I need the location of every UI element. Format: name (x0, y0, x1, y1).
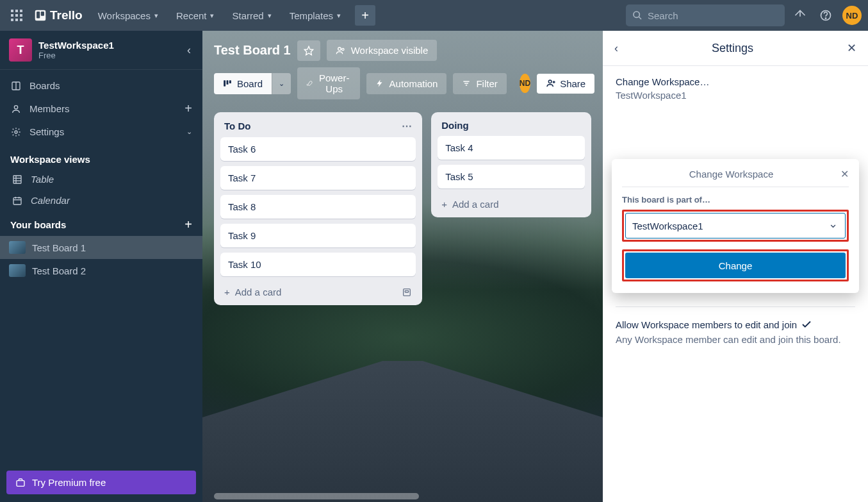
change-workspace-link[interactable]: Change Workspace… (616, 76, 855, 87)
automation-button[interactable]: Automation (366, 73, 447, 94)
add-board-icon[interactable]: + (184, 217, 192, 232)
board-view-icon (223, 79, 232, 88)
add-member-icon (546, 78, 556, 88)
sidebar-item-settings[interactable]: Settings ⌄ (0, 121, 202, 142)
search-icon (632, 10, 643, 21)
brand-label: Trello (50, 8, 83, 22)
change-button[interactable]: Change (625, 253, 846, 278)
card[interactable]: Task 4 (438, 136, 585, 160)
check-icon (801, 319, 812, 330)
card[interactable]: Task 5 (438, 165, 585, 188)
sidebar-item-boards[interactable]: Boards (0, 75, 202, 96)
horizontal-scrollbar[interactable] (214, 493, 419, 499)
user-avatar[interactable]: ND (842, 6, 862, 25)
trello-logo[interactable]: Trello (29, 8, 88, 22)
divider (616, 306, 855, 307)
help-icon[interactable] (815, 5, 836, 26)
svg-point-19 (15, 131, 17, 133)
card[interactable]: Task 9 (220, 224, 416, 247)
list-title[interactable]: Doing (441, 120, 469, 131)
trello-icon (35, 10, 46, 21)
allow-edit-description: Any Workspace member can edit and join t… (616, 334, 855, 345)
apps-menu-icon[interactable] (6, 5, 27, 26)
gear-icon (10, 127, 22, 137)
svg-rect-4 (15, 14, 18, 17)
chevron-down-icon: ⌄ (279, 79, 284, 88)
nav-templates[interactable]: Templates▾ (282, 6, 348, 25)
add-card-button[interactable]: +Add a card (220, 281, 416, 299)
board-view-button[interactable]: Board (214, 73, 272, 94)
svg-point-12 (634, 12, 639, 17)
svg-point-38 (548, 80, 552, 83)
settings-title: Settings (618, 42, 847, 55)
workspace-select[interactable]: TestWorkspace1 (625, 213, 846, 238)
add-icon[interactable]: + (184, 101, 192, 116)
create-button[interactable]: + (355, 5, 375, 26)
workspace-name: TestWorkspace1 (38, 40, 178, 51)
svg-rect-24 (13, 197, 21, 205)
sidebar-item-members[interactable]: Members + (0, 96, 202, 121)
svg-rect-10 (37, 12, 40, 19)
star-icon (304, 46, 314, 56)
search-placeholder: Search (648, 10, 678, 21)
plus-icon: + (441, 199, 447, 210)
close-button[interactable]: ✕ (847, 41, 856, 55)
power-ups-button[interactable]: Power-Ups (297, 67, 360, 99)
board-member-avatar[interactable]: ND (520, 74, 530, 93)
members-icon (10, 104, 22, 114)
template-icon[interactable] (402, 287, 412, 297)
sidebar: T TestWorkspace1 Free ‹ Boards Members +… (0, 31, 202, 502)
nav-starred[interactable]: Starred▾ (224, 6, 279, 25)
search-input[interactable]: Search (626, 4, 785, 26)
add-card-button[interactable]: +Add a card (438, 194, 585, 211)
card[interactable]: Task 8 (220, 195, 416, 219)
popover-label: This board is part of… (622, 195, 849, 205)
try-premium-button[interactable]: Try Premium free (6, 471, 196, 494)
nav-recent[interactable]: Recent▾ (168, 6, 222, 25)
star-board-button[interactable] (297, 40, 320, 61)
chevron-down-icon: ▾ (210, 12, 214, 20)
list-menu-button[interactable]: ⋯ (402, 120, 412, 132)
nav-workspaces[interactable]: Workspaces▾ (90, 6, 166, 25)
sidebar-view-calendar[interactable]: Calendar (0, 190, 202, 211)
board-title[interactable]: Test Board 1 (214, 43, 291, 58)
board-icon (10, 81, 22, 91)
allow-edit-toggle[interactable]: Allow Workspace members to edit and join (616, 319, 855, 330)
list-doing: Doing Task 4 Task 5 +Add a card (431, 112, 591, 217)
popover-title: Change Workspace (622, 169, 840, 180)
svg-rect-3 (11, 14, 13, 17)
list-title[interactable]: To Do (224, 121, 250, 131)
board-link-test-board-1[interactable]: Test Board 1 (0, 236, 202, 259)
calendar-icon (12, 196, 23, 206)
sidebar-view-table[interactable]: Table (0, 169, 202, 190)
workspace-header: T TestWorkspace1 Free ‹ (0, 31, 202, 70)
bolt-icon (375, 79, 384, 88)
filter-button[interactable]: Filter (453, 73, 506, 94)
view-dropdown-button[interactable]: ⌄ (272, 73, 291, 94)
collapse-sidebar-button[interactable]: ‹ (184, 41, 193, 60)
svg-rect-6 (11, 19, 13, 21)
svg-rect-1 (15, 10, 18, 12)
card[interactable]: Task 7 (220, 166, 416, 190)
notifications-icon[interactable] (790, 5, 810, 26)
card[interactable]: Task 6 (220, 137, 416, 161)
svg-point-18 (14, 105, 17, 108)
popover-close-button[interactable]: ✕ (840, 168, 849, 180)
board-header: Test Board 1 Workspace visible Board ⌄ (202, 31, 603, 106)
highlight-button: Change (622, 249, 849, 281)
svg-rect-34 (229, 80, 231, 83)
svg-line-13 (639, 17, 641, 19)
workspace-views-heading: Workspace views (0, 147, 202, 169)
svg-rect-28 (17, 480, 24, 486)
board-area: Test Board 1 Workspace visible Board ⌄ (202, 31, 603, 502)
filter-icon (462, 79, 471, 88)
people-icon (336, 46, 346, 56)
svg-rect-0 (11, 10, 13, 12)
view-switcher: Board ⌄ (214, 73, 291, 94)
share-button[interactable]: Share (537, 74, 594, 94)
workspace-plan: Free (38, 51, 178, 60)
plus-icon: + (224, 287, 230, 297)
board-link-test-board-2[interactable]: Test Board 2 (0, 259, 202, 282)
visibility-button[interactable]: Workspace visible (327, 40, 438, 61)
card[interactable]: Task 10 (220, 253, 416, 276)
